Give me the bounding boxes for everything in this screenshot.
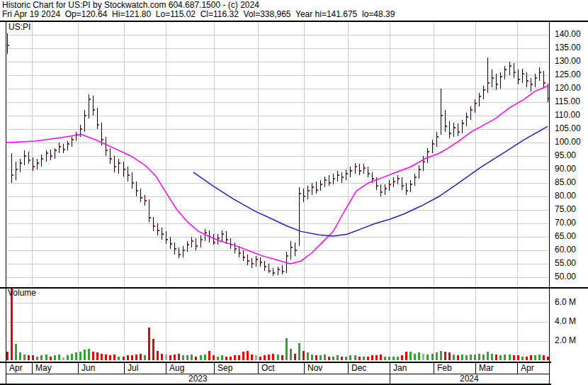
month-label: Jul — [128, 364, 138, 373]
price-axis-label: 55.00 — [555, 259, 576, 268]
volume-axis-label: 4.0 M — [555, 317, 576, 326]
price-bars — [8, 33, 550, 276]
price-axis-label: 75.00 — [555, 205, 576, 214]
price-axis-label: 85.00 — [555, 178, 576, 187]
month-grid — [33, 22, 518, 360]
price-axis-label: 100.00 — [555, 138, 581, 147]
price-axis-label: 95.00 — [555, 151, 576, 160]
price-axis-label: 125.00 — [555, 70, 581, 79]
month-label: Apr — [9, 364, 23, 373]
month-label: Nov — [307, 364, 322, 373]
month-label: Jun — [81, 364, 95, 373]
year-label: 2024 — [460, 374, 479, 384]
stock-chart-canvas — [0, 0, 588, 385]
price-axis-label: 135.00 — [555, 43, 581, 52]
price-axis-label: 70.00 — [555, 218, 576, 228]
month-label: Feb — [437, 364, 452, 373]
month-label: Apr — [521, 364, 534, 373]
month-label: Mar — [479, 364, 494, 373]
volume-bars — [6, 288, 549, 360]
month-label: Dec — [351, 364, 366, 373]
price-axis-label: 115.00 — [555, 97, 580, 106]
price-axis-label: 80.00 — [555, 191, 576, 201]
month-label: Sep — [217, 364, 232, 373]
symbol-label: US:PI — [9, 23, 30, 32]
stock-chart-window: Historic Chart for US:PI by Stockwatch.c… — [0, 0, 588, 385]
price-axis-label: 50.00 — [555, 272, 576, 281]
month-label: Oct — [261, 364, 275, 373]
month-label: Jan — [393, 364, 407, 373]
price-axis-label: 90.00 — [555, 164, 576, 174]
year-label: 2023 — [188, 374, 208, 384]
volume-axis-label: 2.0 M — [555, 336, 576, 345]
month-label: May — [35, 364, 52, 373]
price-grid — [6, 35, 549, 278]
volume-grid — [6, 303, 549, 342]
volume-panel-label: Volume — [8, 289, 36, 298]
price-axis-label: 120.00 — [555, 84, 581, 93]
price-axis-label: 65.00 — [555, 232, 576, 241]
price-axis-label: 105.00 — [555, 124, 581, 133]
price-axis-label: 130.00 — [555, 57, 581, 66]
price-axis-label: 110.00 — [555, 111, 580, 120]
month-label: Aug — [169, 364, 184, 373]
price-axis-label: 60.00 — [555, 245, 576, 255]
volume-axis-label: 6.0 M — [555, 298, 576, 307]
price-axis-label: 140.00 — [555, 30, 581, 39]
